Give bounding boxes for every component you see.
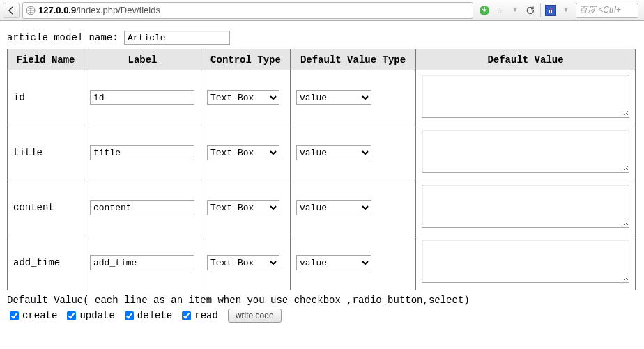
col-field-name: Field Name [8,49,84,70]
action-checkbox-row: create update delete read write code [7,309,637,323]
back-button[interactable] [3,3,20,18]
default-value-textarea[interactable] [422,75,629,118]
control-type-select[interactable]: Text Box [207,145,279,160]
label-input[interactable] [90,145,194,160]
globe-icon [26,6,36,15]
separator [540,3,541,17]
reload-icon[interactable] [525,5,536,16]
col-control-type: Control Type [201,49,291,70]
label-input[interactable] [90,90,194,105]
read-checkbox[interactable] [182,311,191,320]
url-bar[interactable]: 127.0.0.9/index.php/Dev/fields [22,2,473,19]
bookmark-star-icon[interactable]: ☆ [494,5,505,16]
control-type-select[interactable]: Text Box [207,255,279,270]
col-default-value-type: Default Value Type [291,49,416,70]
update-label: update [79,310,114,321]
url-path: /index.php/Dev/fields [76,5,160,15]
field-name-cell: content [8,180,84,235]
model-name-input[interactable] [124,31,230,45]
svg-rect-2 [549,10,550,13]
table-row: content Text Box value [8,180,636,235]
dropdown-icon[interactable]: ▼ [509,5,521,16]
search-engine-icon[interactable] [545,5,556,16]
url-host: 127.0.0.9 [38,5,76,15]
label-input[interactable] [90,200,194,215]
table-row: add_time Text Box value [8,235,636,290]
default-value-type-select[interactable]: value [296,200,371,215]
label-input[interactable] [90,255,194,270]
fields-table: Field Name Label Control Type Default Va… [7,49,636,290]
delete-checkbox[interactable] [125,311,134,320]
delete-label: delete [137,310,172,321]
read-label: read [194,310,218,321]
svg-rect-3 [551,8,552,10]
col-label: Label [84,49,201,70]
default-value-textarea[interactable] [422,130,629,173]
toolbar-right: ☆ ▼ ▼ 百度 <Ctrl+ [476,3,641,18]
table-row: id Text Box value [8,70,636,125]
svg-rect-4 [551,10,552,13]
field-name-cell: id [8,70,84,125]
search-dropdown-icon[interactable]: ▼ [560,5,572,16]
model-name-row: article model name: [7,31,637,45]
col-default-value: Default Value [416,49,636,70]
table-row: title Text Box value [8,125,636,180]
browser-toolbar: 127.0.0.9/index.php/Dev/fields ☆ ▼ ▼ 百度 … [0,0,644,21]
default-value-hint: Default Value( each line as an item when… [7,295,637,306]
default-value-textarea[interactable] [422,185,629,228]
default-value-type-select[interactable]: value [296,90,371,105]
default-value-type-select[interactable]: value [296,255,371,270]
download-complete-icon[interactable] [479,5,490,16]
search-placeholder: 百度 <Ctrl+ [579,4,621,16]
default-value-type-select[interactable]: value [296,145,371,160]
search-box[interactable]: 百度 <Ctrl+ [576,3,638,18]
create-label: create [22,310,57,321]
write-code-button[interactable]: write code [228,309,282,323]
control-type-select[interactable]: Text Box [207,200,279,215]
table-header-row: Field Name Label Control Type Default Va… [8,49,636,70]
field-name-cell: title [8,125,84,180]
arrow-left-icon [7,6,15,15]
field-name-cell: add_time [8,235,84,290]
control-type-select[interactable]: Text Box [207,90,279,105]
update-checkbox[interactable] [67,311,76,320]
create-checkbox[interactable] [10,311,19,320]
page-content: article model name: Field Name Label Con… [0,21,644,332]
model-name-label: article model name: [7,32,118,43]
default-value-textarea[interactable] [422,240,629,283]
